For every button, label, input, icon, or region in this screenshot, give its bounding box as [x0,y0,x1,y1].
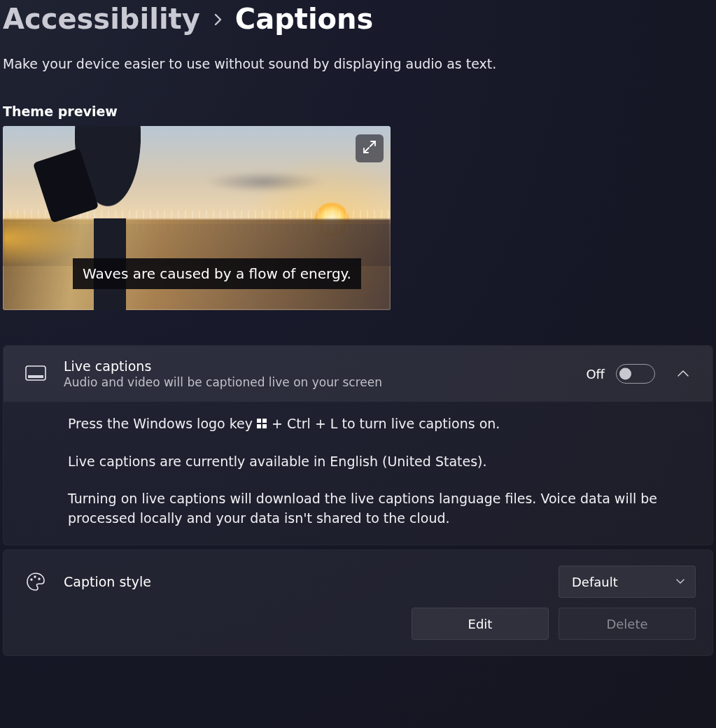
live-captions-title: Live captions [64,358,570,374]
caption-sample-text: Waves are caused by a flow of energy. [73,258,361,289]
svg-point-2 [30,578,32,580]
page-description: Make your device easier to use without s… [3,56,713,71]
svg-point-4 [38,578,40,580]
chevron-right-icon [213,13,223,30]
live-captions-availability: Live captions are currently available in… [68,452,696,472]
live-captions-download-notice: Turning on live captions will download t… [68,489,696,528]
live-captions-toggle[interactable] [616,364,655,384]
live-captions-shortcut: Press the Windows logo key + Ctrl + L to… [68,414,696,434]
chevron-down-icon [675,576,685,587]
caption-style-card: Caption style Default Edit Delete [3,550,713,656]
breadcrumb-parent[interactable]: Accessibility [3,3,200,35]
live-captions-card: Live captions Audio and video will be ca… [3,345,713,545]
chevron-up-icon [677,368,689,381]
collapse-button[interactable] [671,368,696,381]
windows-logo-icon [257,419,267,429]
delete-button: Delete [559,608,696,640]
theme-preview-label: Theme preview [3,104,713,119]
svg-point-3 [34,575,36,578]
caption-style-header: Caption style Default [3,550,713,608]
page-title: Captions [235,3,374,35]
expand-preview-button[interactable] [356,134,384,162]
captions-icon [23,365,48,382]
caption-style-dropdown[interactable]: Default [559,566,696,598]
caption-style-title: Caption style [64,574,543,589]
caption-style-selected: Default [572,575,618,589]
live-captions-subtitle: Audio and video will be captioned live o… [64,375,570,389]
svg-rect-1 [28,375,43,378]
live-captions-header[interactable]: Live captions Audio and video will be ca… [3,346,713,402]
theme-preview: Waves are caused by a flow of energy. [3,126,391,310]
live-captions-body: Press the Windows logo key + Ctrl + L to… [3,402,713,545]
expand-icon [363,140,377,157]
edit-button[interactable]: Edit [412,608,549,640]
live-captions-toggle-label: Off [586,367,605,382]
palette-icon [23,571,48,592]
breadcrumb: Accessibility Captions [3,3,713,35]
